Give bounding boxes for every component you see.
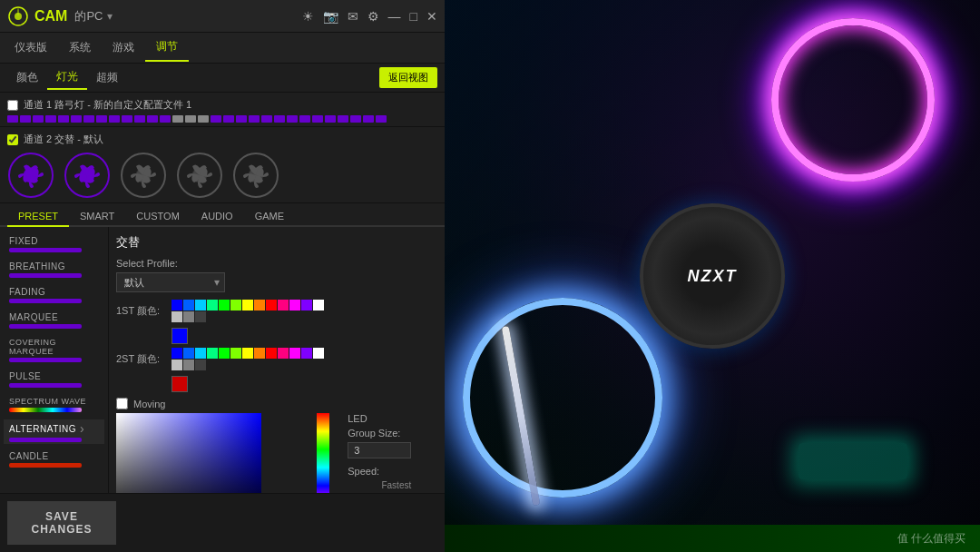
swatch2-red[interactable] — [266, 348, 277, 359]
window-controls: ☀ 📷 ✉ ⚙ — □ ✕ — [302, 9, 437, 24]
swatch-blue2[interactable] — [183, 300, 194, 310]
effect-pulse[interactable]: PULSE — [4, 370, 104, 389]
effect-bar — [9, 248, 82, 252]
subtab-oc[interactable]: 超频 — [87, 66, 127, 89]
channel2-checkbox[interactable] — [7, 134, 18, 145]
swatch2-blue[interactable] — [172, 348, 182, 359]
swatch-yellow[interactable] — [242, 300, 253, 310]
led-group-select[interactable]: 3 1 2 4 5 — [348, 442, 411, 458]
tab-dashboard[interactable]: 仪表版 — [4, 34, 58, 61]
swatch-silver[interactable] — [172, 311, 182, 322]
led-group-size-label: Group Size: — [348, 428, 411, 439]
hue-bar[interactable] — [317, 413, 329, 493]
led-dot — [83, 115, 94, 123]
close-button[interactable]: ✕ — [426, 9, 437, 24]
tab-game[interactable]: 游戏 — [102, 34, 145, 61]
sun-icon[interactable]: ☀ — [302, 9, 314, 24]
color1-row: 1ST 颜色: — [116, 300, 437, 322]
mail-icon[interactable]: ✉ — [348, 9, 358, 24]
preset-tab-preset[interactable]: PRESET — [7, 207, 69, 227]
effect-fixed[interactable]: FIXED — [4, 234, 104, 254]
led-dot — [172, 115, 183, 123]
effect-spectrum-wave[interactable]: SPECTRUM WAVE — [4, 395, 104, 414]
right-image-panel: NZXT 值 什么值得买 — [445, 0, 980, 552]
swatch2-silver[interactable] — [172, 360, 182, 370]
nzxt-fan: NZXT — [640, 203, 785, 349]
gradient-box[interactable] — [116, 413, 261, 493]
gradient-dark-overlay — [116, 413, 261, 493]
moving-row: Moving — [116, 398, 437, 409]
maximize-button[interactable]: □ — [410, 9, 417, 24]
effect-breathing[interactable]: BREATHING — [4, 260, 104, 280]
gear-icon[interactable]: ⚙ — [368, 9, 379, 24]
profile-select[interactable]: 默认 — [116, 272, 225, 292]
led-dot — [58, 115, 69, 123]
color2-selected-swatch[interactable] — [172, 376, 188, 392]
profile-label: Select Profile: — [116, 258, 437, 269]
channel2-label: 通道 2 交替 - 默认 — [24, 133, 103, 146]
swatch-magenta[interactable] — [289, 300, 300, 310]
led-dot — [45, 115, 56, 123]
led-dot — [249, 115, 260, 123]
swatch2-lime[interactable] — [230, 348, 241, 359]
subtab-lighting[interactable]: 灯光 — [47, 65, 87, 90]
channel1-checkbox[interactable] — [7, 100, 18, 111]
swatch-mint[interactable] — [207, 300, 218, 310]
swatch2-green[interactable] — [219, 348, 230, 359]
preset-tab-custom[interactable]: CUSTOM — [125, 207, 190, 227]
moving-checkbox[interactable] — [116, 398, 128, 409]
swatch2-white[interactable] — [313, 348, 324, 359]
bottom-watermark-bar: 值 什么值得买 — [445, 525, 980, 552]
swatch2-magenta[interactable] — [289, 348, 300, 359]
dropdown-arrow[interactable]: ▾ — [107, 10, 113, 23]
watermark-text: 值 什么值得买 — [897, 531, 965, 547]
swatch-cyan[interactable] — [195, 300, 206, 310]
arrow-right-icon: › — [80, 421, 84, 436]
color1-selected-swatch[interactable] — [172, 328, 188, 344]
effect-alternating[interactable]: ALTERNATING › — [4, 419, 104, 444]
effect-fading[interactable]: FADING — [4, 285, 104, 305]
save-changes-button[interactable]: SAVE CHANGES — [7, 501, 116, 545]
effect-candle[interactable]: CANDLE — [4, 449, 104, 469]
swatch-pink[interactable] — [278, 300, 289, 310]
effect-marquee[interactable]: MARQUEE — [4, 310, 104, 330]
tab-system[interactable]: 系统 — [58, 34, 102, 61]
tab-tune[interactable]: 调节 — [145, 34, 189, 62]
swatch-purple[interactable] — [301, 300, 312, 310]
swatch2-orange[interactable] — [254, 348, 265, 359]
effect-covering-marquee[interactable]: COVERING MARQUEE — [4, 336, 104, 364]
back-view-button[interactable]: 返回视图 — [379, 67, 437, 88]
effect-bar — [9, 324, 82, 329]
swatch2-yellow[interactable] — [242, 348, 253, 359]
led-group-label: LED — [348, 413, 411, 424]
swatch-green[interactable] — [219, 300, 230, 310]
swatch-red[interactable] — [266, 300, 277, 310]
led-dot — [147, 115, 158, 123]
swatch-lime[interactable] — [230, 300, 241, 310]
minimize-button[interactable]: — — [388, 9, 401, 24]
swatch-orange[interactable] — [254, 300, 265, 310]
swatch-gray[interactable] — [183, 311, 194, 322]
preset-tab-game[interactable]: GAME — [244, 207, 295, 227]
swatch2-gray[interactable] — [183, 360, 194, 370]
swatch-white[interactable] — [313, 300, 324, 310]
swatch-darkgray[interactable] — [195, 311, 206, 322]
led-dot — [287, 115, 298, 123]
swatch2-darkgray[interactable] — [195, 360, 206, 370]
camera-icon[interactable]: 📷 — [323, 9, 338, 24]
swatch2-mint[interactable] — [207, 348, 218, 359]
led-dot — [223, 115, 234, 123]
moving-label: Moving — [133, 399, 165, 409]
preset-tabs: PRESET SMART CUSTOM AUDIO GAME — [0, 203, 445, 227]
swatch2-purple[interactable] — [301, 348, 312, 359]
preset-tab-smart[interactable]: SMART — [69, 207, 125, 227]
swatch2-pink[interactable] — [278, 348, 289, 359]
preset-tab-audio[interactable]: AUDIO — [191, 207, 244, 227]
subtab-color[interactable]: 颜色 — [7, 66, 47, 89]
swatch2-blue2[interactable] — [183, 348, 194, 359]
color-picker-layout: RGB 0 0 255 # 0000FF LED Group Size: — [116, 413, 437, 493]
led-group-panel: LED Group Size: 3 1 2 4 5 Speed: Fastes — [348, 413, 411, 493]
swatch2-cyan[interactable] — [195, 348, 206, 359]
channel2-row: 通道 2 交替 - 默认 — [7, 133, 437, 146]
swatch-blue[interactable] — [172, 300, 182, 310]
